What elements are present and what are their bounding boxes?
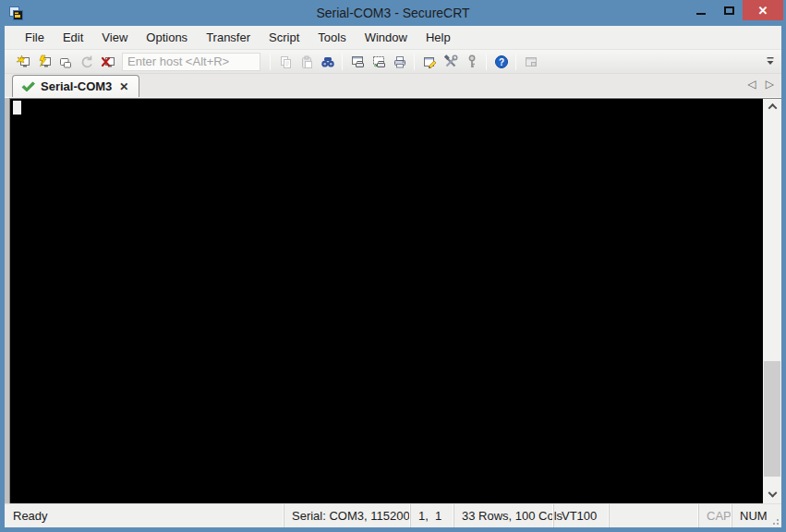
tab-scroll-left-icon[interactable]: ◁	[748, 79, 756, 90]
close-button[interactable]: ✕	[743, 0, 783, 20]
status-num-lock: NUM	[732, 504, 768, 527]
tab-serial-com3[interactable]: Serial-COM3 ✕	[12, 75, 139, 97]
vertical-scrollbar[interactable]	[763, 98, 781, 503]
tab-bar: Serial-COM3 ✕ ◁ ▷	[5, 74, 781, 98]
print-button[interactable]	[389, 52, 410, 72]
status-bar: Ready Serial: COM3, 115200 1, 1 33 Rows,…	[5, 503, 781, 527]
connect-in-tab-icon	[58, 54, 73, 69]
maximize-button[interactable]	[715, 0, 743, 20]
connect-in-tab-button[interactable]	[54, 52, 76, 72]
auto-print-icon	[371, 54, 386, 69]
chevron-up-icon	[768, 103, 777, 113]
reconnect-button[interactable]	[76, 52, 97, 72]
key-button[interactable]	[461, 52, 482, 72]
find-button[interactable]	[317, 52, 338, 72]
global-options-icon	[443, 54, 458, 69]
connected-check-icon	[21, 81, 35, 92]
status-caps-lock: CAP	[698, 504, 732, 527]
menu-item-window[interactable]: Window	[356, 28, 417, 47]
print-screen-button[interactable]	[346, 52, 368, 72]
global-options-button[interactable]	[440, 52, 461, 72]
toolbar: ?	[5, 50, 781, 74]
securecrt-window: Serial-COM3 - SecureCRT ✕ File Edit View…	[0, 0, 786, 532]
resize-grip-icon	[770, 516, 780, 526]
minimize-button[interactable]	[687, 0, 715, 20]
help-button[interactable]: ?	[490, 52, 512, 72]
status-connection: Serial: COM3, 115200	[284, 504, 410, 527]
session-options-icon	[422, 54, 437, 69]
scroll-down-button[interactable]	[763, 488, 781, 503]
connect-button[interactable]	[12, 52, 33, 72]
disconnect-button[interactable]	[97, 52, 118, 72]
paste-icon	[299, 54, 314, 69]
menu-item-tools[interactable]: Tools	[308, 28, 355, 47]
menu-item-view[interactable]: View	[92, 28, 137, 47]
host-input[interactable]	[122, 53, 260, 71]
print-icon	[393, 54, 407, 69]
status-ready: Ready	[5, 504, 284, 527]
window-title: Serial-COM3 - SecureCRT	[0, 6, 786, 20]
maximize-icon	[724, 6, 734, 15]
status-grid-size: 33 Rows, 100 Cols	[453, 504, 553, 527]
copy-icon	[278, 54, 293, 69]
help-icon: ?	[494, 54, 509, 69]
session-manager-button[interactable]	[520, 52, 541, 72]
toolbar-separator	[270, 54, 271, 70]
scroll-up-button[interactable]	[763, 99, 781, 115]
tab-label: Serial-COM3	[41, 79, 112, 93]
toolbar-separator	[515, 54, 516, 70]
menu-item-options[interactable]: Options	[137, 28, 197, 47]
tab-scroll-right-icon[interactable]: ▷	[766, 79, 774, 90]
resize-grip[interactable]	[768, 504, 781, 527]
client-area	[5, 98, 781, 503]
terminal-screen[interactable]	[9, 98, 763, 503]
terminal-cursor	[13, 101, 21, 115]
tab-close-icon[interactable]: ✕	[117, 81, 130, 92]
chevron-down-icon	[768, 489, 777, 498]
connect-icon	[16, 54, 30, 69]
status-cursor-position: 1, 1	[410, 504, 453, 527]
menu-item-file[interactable]: File	[16, 28, 54, 47]
toolbar-separator	[414, 54, 415, 70]
toolbar-separator	[486, 54, 487, 70]
reconnect-icon	[79, 54, 94, 69]
menu-item-script[interactable]: Script	[260, 28, 308, 47]
scrollbar-thumb[interactable]	[764, 361, 780, 477]
toolbar-overflow-icon	[766, 55, 775, 67]
print-screen-icon	[350, 54, 365, 69]
minimize-icon	[696, 13, 706, 15]
tab-scrollers: ◁ ▷	[748, 79, 774, 90]
menu-item-edit[interactable]: Edit	[54, 28, 92, 47]
scrollbar-track[interactable]	[763, 115, 781, 488]
find-icon	[320, 54, 335, 69]
auto-print-button[interactable]	[368, 52, 389, 72]
session-options-button[interactable]	[418, 52, 440, 72]
status-blank	[609, 504, 698, 527]
titlebar: Serial-COM3 - SecureCRT ✕	[0, 0, 786, 26]
toolbar-separator	[342, 54, 343, 70]
window-controls: ✕	[687, 0, 783, 22]
close-icon: ✕	[758, 4, 768, 18]
session-manager-icon	[524, 54, 538, 69]
key-icon	[465, 54, 479, 69]
copy-button[interactable]	[274, 52, 296, 72]
quick-connect-icon	[37, 54, 52, 69]
quick-connect-button[interactable]	[33, 52, 54, 72]
status-emulation: VT100	[553, 504, 609, 527]
disconnect-icon	[101, 54, 115, 69]
window-body: File Edit View Options Transfer Script T…	[0, 26, 786, 532]
toolbar-overflow-button[interactable]	[766, 54, 777, 67]
paste-button[interactable]	[296, 52, 317, 72]
menu-bar: File Edit View Options Transfer Script T…	[5, 26, 781, 50]
menu-item-help[interactable]: Help	[417, 28, 460, 47]
svg-text:?: ?	[498, 56, 503, 66]
menu-item-transfer[interactable]: Transfer	[197, 28, 260, 47]
